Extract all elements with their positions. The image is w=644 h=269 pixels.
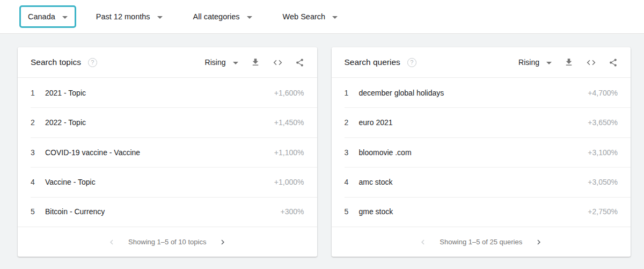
download-icon[interactable] [251,57,260,67]
chevron-down-icon [233,62,238,64]
chevron-down-icon [332,16,338,19]
search-topics-header: Search topics ? Rising [18,47,317,78]
item-label: december global holidays [359,89,444,97]
list-item[interactable]: 4 Vaccine - Topic +1,000% [18,167,317,197]
item-label: 2022 - Topic [45,118,86,127]
sort-dropdown[interactable]: Rising [205,58,238,67]
filter-category-label: All categories [193,12,240,21]
item-rank: 1 [345,89,352,97]
sort-dropdown-label: Rising [518,58,539,67]
queries-pagination: Showing 1–5 of 25 queries [332,227,631,257]
list-item[interactable]: 4 amc stock +3,050% [332,167,631,197]
item-value: +3,100% [588,148,618,157]
item-value: +300% [281,207,304,216]
item-value: +2,750% [588,207,618,216]
topics-pagination: Showing 1–5 of 10 topics [18,227,317,257]
list-item[interactable]: 5 gme stock +2,750% [332,197,631,227]
item-rank: 2 [31,118,38,127]
filter-time-range-label: Past 12 months [96,12,150,21]
share-icon[interactable] [609,58,618,67]
card-title: Search topics [31,57,81,67]
list-item[interactable]: 2 2022 - Topic +1,450% [18,107,317,137]
help-icon[interactable]: ? [88,58,97,67]
sort-dropdown[interactable]: Rising [518,58,552,67]
item-value: +3,050% [588,178,618,186]
item-rank: 5 [31,207,38,216]
next-page-icon[interactable] [218,237,228,247]
item-label: 2021 - Topic [45,89,86,97]
queries-list: 1 december global holidays +4,700% 2 eur… [332,78,631,227]
search-queries-card: Search queries ? Rising 1 [332,47,631,257]
filter-category[interactable]: All categories [193,12,252,21]
list-item[interactable]: 1 december global holidays +4,700% [332,78,631,107]
pagination-status: Showing 1–5 of 25 queries [440,238,522,246]
item-rank: 3 [31,148,38,157]
item-value: +1,450% [274,118,304,127]
item-rank: 4 [345,178,352,186]
embed-code-icon[interactable] [273,57,283,68]
item-value: +3,650% [588,118,618,127]
item-rank: 1 [31,89,38,97]
chevron-down-icon [157,16,163,19]
help-icon[interactable]: ? [407,58,416,67]
item-label: bloomovie .com [359,148,412,157]
item-label: gme stock [359,207,393,216]
content-area: Search topics ? Rising 1 [0,34,644,257]
list-item[interactable]: 3 bloomovie .com +3,100% [332,137,631,167]
chevron-down-icon [247,16,252,19]
item-value: +1,000% [274,178,304,186]
list-item[interactable]: 3 COVID-19 vaccine - Vaccine +1,100% [18,137,317,167]
filter-country-label: Canada [28,12,55,21]
item-rank: 2 [345,118,352,127]
item-label: euro 2021 [359,118,393,127]
topics-list: 1 2021 - Topic +1,600% 2 2022 - Topic +1… [18,78,317,227]
item-rank: 4 [31,178,38,186]
item-value: +1,100% [274,148,304,157]
filter-bar: Canada Past 12 months All categories Web… [0,0,644,34]
item-value: +1,600% [274,89,304,97]
item-value: +4,700% [588,89,618,97]
list-item[interactable]: 2 euro 2021 +3,650% [332,107,631,137]
item-rank: 5 [345,207,352,216]
chevron-down-icon [62,16,68,19]
download-icon[interactable] [564,57,574,67]
list-item[interactable]: 5 Bitcoin - Currency +300% [18,197,317,227]
card-title: Search queries [345,57,400,67]
filter-search-type-label: Web Search [283,12,326,21]
share-icon[interactable] [295,58,304,67]
item-label: COVID-19 vaccine - Vaccine [45,148,140,157]
previous-page-icon[interactable] [418,237,428,247]
previous-page-icon[interactable] [107,237,116,247]
list-item[interactable]: 1 2021 - Topic +1,600% [18,78,317,107]
item-rank: 3 [345,148,352,157]
search-topics-card: Search topics ? Rising 1 [18,47,317,257]
next-page-icon[interactable] [534,237,544,247]
item-label: Bitcoin - Currency [45,207,105,216]
chevron-down-icon [546,62,552,64]
sort-dropdown-label: Rising [205,58,226,67]
filter-search-type[interactable]: Web Search [283,12,338,21]
filter-time-range[interactable]: Past 12 months [96,12,163,21]
item-label: amc stock [359,178,393,186]
embed-code-icon[interactable] [586,57,596,68]
item-label: Vaccine - Topic [45,178,96,186]
filter-country[interactable]: Canada [19,5,76,28]
pagination-status: Showing 1–5 of 10 topics [128,238,206,246]
search-queries-header: Search queries ? Rising [332,47,631,78]
